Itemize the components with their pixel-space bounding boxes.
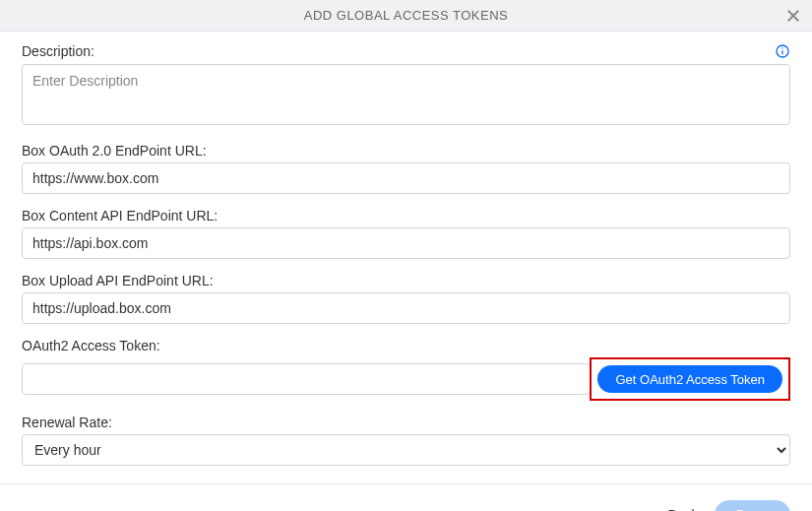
get-oauth-token-button[interactable]: Get OAuth2 Access Token [597, 365, 782, 393]
description-input[interactable] [22, 64, 790, 125]
content-api-url-input[interactable] [22, 227, 790, 259]
info-icon[interactable] [775, 43, 790, 59]
description-label: Description: [22, 43, 94, 59]
dialog-title: ADD GLOBAL ACCESS TOKENS [304, 8, 509, 23]
upload-api-url-label: Box Upload API EndPoint URL: [22, 273, 790, 288]
get-token-highlight: Get OAuth2 Access Token [590, 357, 790, 401]
content-api-url-label: Box Content API EndPoint URL: [22, 208, 790, 224]
renewal-rate-label: Renewal Rate: [22, 415, 790, 430]
oauth-url-input[interactable] [22, 162, 790, 194]
dialog-content: Description: Box OAuth 2.0 EndPoint URL:… [0, 32, 812, 483]
dialog-footer: Back Done [0, 484, 812, 511]
done-button[interactable]: Done [715, 500, 790, 511]
oauth-url-label: Box OAuth 2.0 EndPoint URL: [22, 143, 790, 159]
upload-api-url-input[interactable] [22, 292, 790, 324]
back-button[interactable]: Back [667, 507, 698, 511]
access-token-label: OAuth2 Access Token: [22, 338, 790, 353]
dialog-header: ADD GLOBAL ACCESS TOKENS [0, 0, 812, 32]
svg-point-4 [781, 47, 782, 48]
description-label-row: Description: [22, 43, 790, 59]
close-icon[interactable] [784, 7, 802, 25]
renewal-rate-select[interactable]: Every hour [22, 434, 790, 466]
access-token-input[interactable] [22, 363, 591, 395]
access-token-row: Get OAuth2 Access Token [22, 357, 790, 401]
